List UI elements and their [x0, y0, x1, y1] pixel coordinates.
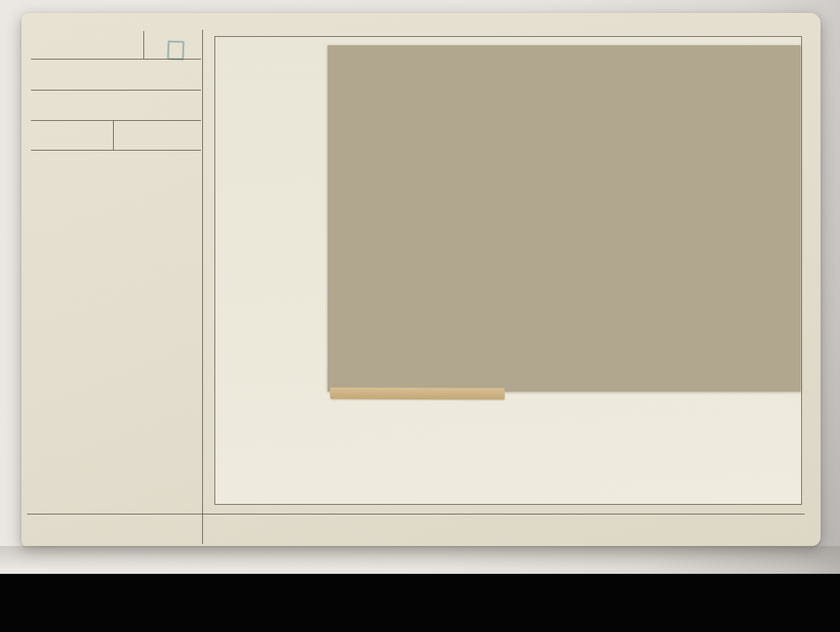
- censor-stamp: [167, 41, 184, 61]
- field-divider: [113, 120, 114, 150]
- rule: [31, 120, 201, 121]
- archive-card: [21, 13, 821, 546]
- photograph: [328, 45, 801, 392]
- field-divider: [143, 31, 144, 59]
- tape-strip: [330, 387, 505, 399]
- rule: [31, 150, 201, 151]
- alamy-stock-photo-page: [0, 0, 840, 632]
- rule: [27, 514, 804, 514]
- rule: [31, 90, 201, 90]
- rule: [31, 59, 201, 59]
- column-divider: [202, 30, 203, 544]
- footer-bar: [0, 574, 840, 632]
